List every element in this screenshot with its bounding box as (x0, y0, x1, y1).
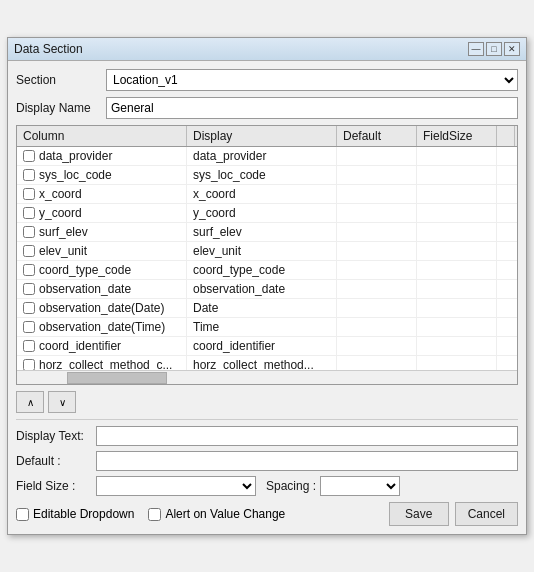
row-checkbox[interactable] (23, 321, 35, 333)
spacing-label: Spacing : (266, 479, 316, 493)
cell-display: horz_collect_method... (187, 356, 337, 370)
save-button[interactable]: Save (389, 502, 449, 526)
row-checkbox[interactable] (23, 264, 35, 276)
cell-display: y_coord (187, 204, 337, 222)
table-body[interactable]: data_provider data_provider sys_loc_code… (17, 147, 517, 370)
field-size-label: Field Size : (16, 479, 96, 493)
table-row[interactable]: coord_type_code coord_type_code (17, 261, 517, 280)
display-text-label: Display Text: (16, 429, 96, 443)
table-row[interactable]: observation_date(Date) Date (17, 299, 517, 318)
cell-display: coord_type_code (187, 261, 337, 279)
cell-fieldsize (417, 280, 497, 298)
cell-fieldsize (417, 242, 497, 260)
alert-on-value-change-label[interactable]: Alert on Value Change (148, 507, 285, 521)
cell-fieldsize (417, 166, 497, 184)
display-name-label: Display Name (16, 101, 106, 115)
cell-fieldsize (417, 337, 497, 355)
cell-fieldsize (417, 147, 497, 165)
cell-default (337, 356, 417, 370)
cell-column: observation_date (17, 280, 187, 298)
display-name-input[interactable] (106, 97, 518, 119)
cell-column: observation_date(Date) (17, 299, 187, 317)
editable-dropdown-checkbox[interactable] (16, 508, 29, 521)
section-row: Section Location_v1 (16, 69, 518, 91)
cell-display: coord_identifier (187, 337, 337, 355)
display-text-input[interactable] (96, 426, 518, 446)
move-up-button[interactable]: ∧ (16, 391, 44, 413)
row-checkbox[interactable] (23, 283, 35, 295)
window-controls: — □ ✕ (468, 42, 520, 56)
row-checkbox[interactable] (23, 188, 35, 200)
cell-column: x_coord (17, 185, 187, 203)
cell-fieldsize (417, 204, 497, 222)
cell-default (337, 261, 417, 279)
col-header-default: Default (337, 126, 417, 146)
table-row[interactable]: data_provider data_provider (17, 147, 517, 166)
cell-column: elev_unit (17, 242, 187, 260)
cell-column: data_provider (17, 147, 187, 165)
move-down-button[interactable]: ∨ (48, 391, 76, 413)
alert-on-value-change-checkbox[interactable] (148, 508, 161, 521)
cell-default (337, 223, 417, 241)
editable-dropdown-label[interactable]: Editable Dropdown (16, 507, 134, 521)
cell-default (337, 242, 417, 260)
row-checkbox[interactable] (23, 245, 35, 257)
cell-display: Time (187, 318, 337, 336)
cell-display: observation_date (187, 280, 337, 298)
field-size-row: Field Size : Spacing : (16, 476, 518, 496)
bottom-actions: Editable Dropdown Alert on Value Change … (16, 502, 518, 526)
cell-default (337, 299, 417, 317)
cell-column: y_coord (17, 204, 187, 222)
field-size-select[interactable] (96, 476, 256, 496)
cell-display: surf_elev (187, 223, 337, 241)
table-row[interactable]: surf_elev surf_elev (17, 223, 517, 242)
maximize-button[interactable]: □ (486, 42, 502, 56)
section-label: Section (16, 73, 106, 87)
cell-fieldsize (417, 318, 497, 336)
columns-table: Column Display Default FieldSize data_pr… (16, 125, 518, 385)
cell-fieldsize (417, 356, 497, 370)
window-body: Section Location_v1 Display Name Column … (8, 61, 526, 534)
table-row[interactable]: horz_collect_method_c... horz_collect_me… (17, 356, 517, 370)
default-label: Default : (16, 454, 96, 468)
row-checkbox[interactable] (23, 302, 35, 314)
minimize-button[interactable]: — (468, 42, 484, 56)
cell-default (337, 280, 417, 298)
section-select[interactable]: Location_v1 (106, 69, 518, 91)
cell-column: observation_date(Time) (17, 318, 187, 336)
bottom-form: Display Text: Default : Field Size : Spa… (16, 426, 518, 496)
title-bar: Data Section — □ ✕ (8, 38, 526, 61)
cancel-button[interactable]: Cancel (455, 502, 518, 526)
row-checkbox[interactable] (23, 207, 35, 219)
cell-display: Date (187, 299, 337, 317)
row-checkbox[interactable] (23, 226, 35, 238)
close-button[interactable]: ✕ (504, 42, 520, 56)
table-row[interactable]: sys_loc_code sys_loc_code (17, 166, 517, 185)
table-header: Column Display Default FieldSize (17, 126, 517, 147)
row-checkbox[interactable] (23, 169, 35, 181)
table-row[interactable]: observation_date observation_date (17, 280, 517, 299)
col-header-fieldsize: FieldSize (417, 126, 497, 146)
hscroll-thumb[interactable] (67, 372, 167, 384)
cell-default (337, 318, 417, 336)
row-checkbox[interactable] (23, 150, 35, 162)
cell-fieldsize (417, 185, 497, 203)
col-header-scroll (497, 126, 515, 146)
table-row[interactable]: observation_date(Time) Time (17, 318, 517, 337)
default-input[interactable] (96, 451, 518, 471)
cell-display: elev_unit (187, 242, 337, 260)
table-row[interactable]: elev_unit elev_unit (17, 242, 517, 261)
display-name-row: Display Name (16, 97, 518, 119)
cell-display: data_provider (187, 147, 337, 165)
horizontal-scrollbar[interactable] (17, 370, 517, 384)
row-checkbox[interactable] (23, 340, 35, 352)
table-row[interactable]: x_coord x_coord (17, 185, 517, 204)
table-row[interactable]: y_coord y_coord (17, 204, 517, 223)
cell-fieldsize (417, 261, 497, 279)
col-header-column: Column (17, 126, 187, 146)
row-move-buttons: ∧ ∨ (16, 391, 518, 413)
spacing-select[interactable] (320, 476, 400, 496)
row-checkbox[interactable] (23, 359, 35, 370)
table-row[interactable]: coord_identifier coord_identifier (17, 337, 517, 356)
action-buttons: Save Cancel (389, 502, 518, 526)
